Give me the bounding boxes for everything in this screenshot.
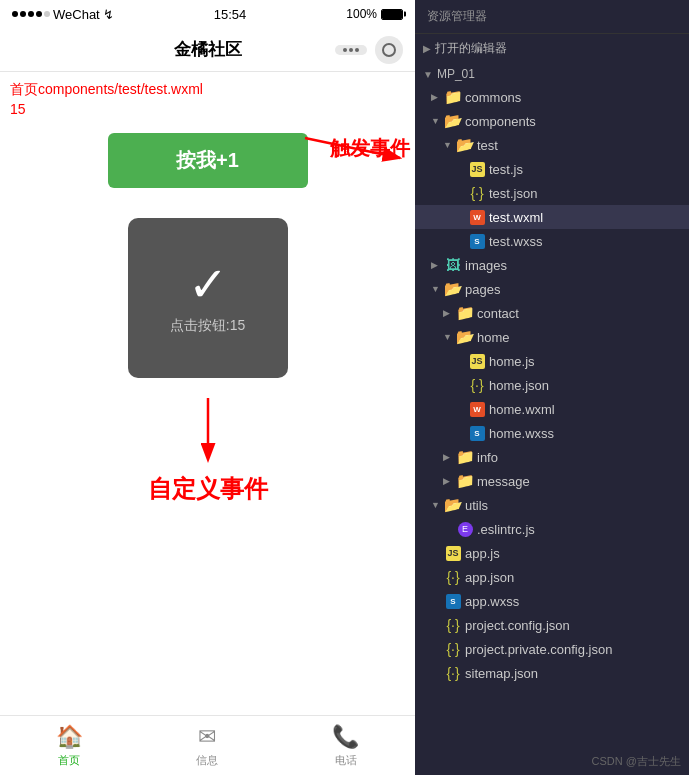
tree-item-label: app.wxss: [465, 594, 519, 609]
debug-line2: 15: [10, 100, 405, 120]
tree-item--eslintrc-js[interactable]: E.eslintrc.js: [415, 517, 689, 541]
nav-record-button[interactable]: [375, 36, 403, 64]
tree-file-icon: S: [469, 425, 485, 441]
tree-item-images[interactable]: ▶🖼images: [415, 253, 689, 277]
increment-button[interactable]: 按我+1: [108, 133, 308, 188]
nav-dots-button[interactable]: [335, 45, 367, 55]
tree-item-info[interactable]: ▶📁info: [415, 445, 689, 469]
tree-item-label: commons: [465, 90, 521, 105]
tree-item-label: images: [465, 258, 507, 273]
tab-home[interactable]: 🏠 首页: [0, 724, 138, 768]
tree-item-label: home.wxss: [489, 426, 554, 441]
tree-item-test-json[interactable]: {·}test.json: [415, 181, 689, 205]
tree-arrow-icon: ▶: [443, 452, 453, 462]
tree-item-label: utils: [465, 498, 488, 513]
dot4: [36, 11, 42, 17]
tree-file-icon: {·}: [445, 569, 461, 585]
file-panel: 资源管理器 ▶ 打开的编辑器 ▼ MP_01 ▶📁commons▼📂compon…: [415, 0, 689, 775]
tree-item-label: app.js: [465, 546, 500, 561]
tree-item-message[interactable]: ▶📁message: [415, 469, 689, 493]
tree-file-icon: {·}: [445, 617, 461, 633]
status-left: WeChat ↯: [12, 7, 114, 22]
tree-item-project-private-config-json[interactable]: {·}project.private.config.json: [415, 637, 689, 661]
tree-item-home-js[interactable]: JShome.js: [415, 349, 689, 373]
tree-item-label: test.wxml: [489, 210, 543, 225]
tree-file-icon: 🖼: [445, 257, 461, 273]
battery-fill: [382, 10, 402, 19]
tree-item-label: message: [477, 474, 530, 489]
tree-arrow-icon: ▼: [431, 500, 441, 510]
tree-item-home-json[interactable]: {·}home.json: [415, 373, 689, 397]
status-time: 15:54: [214, 7, 247, 22]
open-editors-arrow: ▶: [423, 43, 431, 54]
tab-phone[interactable]: 📞 电话: [277, 724, 415, 768]
tree-file-icon: S: [445, 593, 461, 609]
tree-item-test-wxml[interactable]: Wtest.wxml: [415, 205, 689, 229]
tree-item-utils[interactable]: ▼📂utils: [415, 493, 689, 517]
card-label: 点击按钮:15: [170, 317, 245, 335]
tree-item-commons[interactable]: ▶📁commons: [415, 85, 689, 109]
trigger-event-label: 触发事件: [330, 135, 410, 162]
open-editors-section[interactable]: ▶ 打开的编辑器: [415, 34, 689, 61]
tree-item-test-js[interactable]: JStest.js: [415, 157, 689, 181]
tree-item-label: home.js: [489, 354, 535, 369]
tree-item-app-js[interactable]: JSapp.js: [415, 541, 689, 565]
tree-file-icon: 📂: [457, 329, 473, 345]
tree-file-icon: {·}: [469, 377, 485, 393]
dot2: [20, 11, 26, 17]
home-icon: 🏠: [56, 724, 83, 750]
tree-item-components[interactable]: ▼📂components: [415, 109, 689, 133]
tree-item-home[interactable]: ▼📂home: [415, 325, 689, 349]
tree-file-icon: W: [469, 401, 485, 417]
tree-item-contact[interactable]: ▶📁contact: [415, 301, 689, 325]
tree-file-icon: E: [457, 521, 473, 537]
tree-file-icon: 📂: [445, 281, 461, 297]
tree-item-label: app.json: [465, 570, 514, 585]
tree-item-project-config-json[interactable]: {·}project.config.json: [415, 613, 689, 637]
tree-file-icon: 📂: [445, 113, 461, 129]
tree-arrow-icon: ▼: [443, 332, 453, 342]
mp01-section[interactable]: ▼ MP_01: [415, 61, 689, 85]
tree-item-label: project.private.config.json: [465, 642, 612, 657]
custom-event-label: 自定义事件: [0, 473, 415, 505]
file-panel-header: 资源管理器: [415, 0, 689, 34]
tree-item-label: home.json: [489, 378, 549, 393]
tree-item-label: test.wxss: [489, 234, 542, 249]
nav-title: 金橘社区: [174, 38, 242, 61]
debug-line1: 首页components/test/test.wxml: [10, 80, 405, 100]
watermark: CSDN @吉士先生: [415, 748, 689, 775]
tree-item-label: home: [477, 330, 510, 345]
tree-file-icon: {·}: [445, 665, 461, 681]
dot3: [28, 11, 34, 17]
status-bar: WeChat ↯ 15:54 100%: [0, 0, 415, 28]
dark-card[interactable]: ✓ 点击按钮:15: [128, 218, 288, 378]
checkmark-icon: ✓: [188, 261, 228, 309]
phone-icon: 📞: [332, 724, 359, 750]
tree-arrow-icon: ▶: [443, 308, 453, 318]
arrow-down-svg: [178, 393, 238, 463]
tree-item-test[interactable]: ▼📂test: [415, 133, 689, 157]
nav-right-buttons[interactable]: [335, 36, 403, 64]
tree-item-label: contact: [477, 306, 519, 321]
signal-dots: [12, 11, 50, 17]
tree-file-icon: W: [469, 209, 485, 225]
tree-item-home-wxss[interactable]: Shome.wxss: [415, 421, 689, 445]
battery-icon: [381, 9, 403, 20]
tree-item-label: info: [477, 450, 498, 465]
tree-item-pages[interactable]: ▼📂pages: [415, 277, 689, 301]
tree-file-icon: JS: [445, 545, 461, 561]
status-right: 100%: [346, 7, 403, 21]
tree-file-icon: {·}: [469, 185, 485, 201]
tree-file-icon: {·}: [445, 641, 461, 657]
dot-1: [343, 48, 347, 52]
tree-item-app-wxss[interactable]: Sapp.wxss: [415, 589, 689, 613]
tree-item-app-json[interactable]: {·}app.json: [415, 565, 689, 589]
tree-item-label: test.json: [489, 186, 537, 201]
tree-item-home-wxml[interactable]: Whome.wxml: [415, 397, 689, 421]
tree-item-test-wxss[interactable]: Stest.wxss: [415, 229, 689, 253]
debug-text: 首页components/test/test.wxml 15: [0, 72, 415, 123]
tab-messages[interactable]: ✉ 信息: [138, 724, 276, 768]
tree-item-sitemap-json[interactable]: {·}sitemap.json: [415, 661, 689, 685]
tab-home-label: 首页: [58, 753, 80, 768]
tree-arrow-icon: ▼: [443, 140, 453, 150]
